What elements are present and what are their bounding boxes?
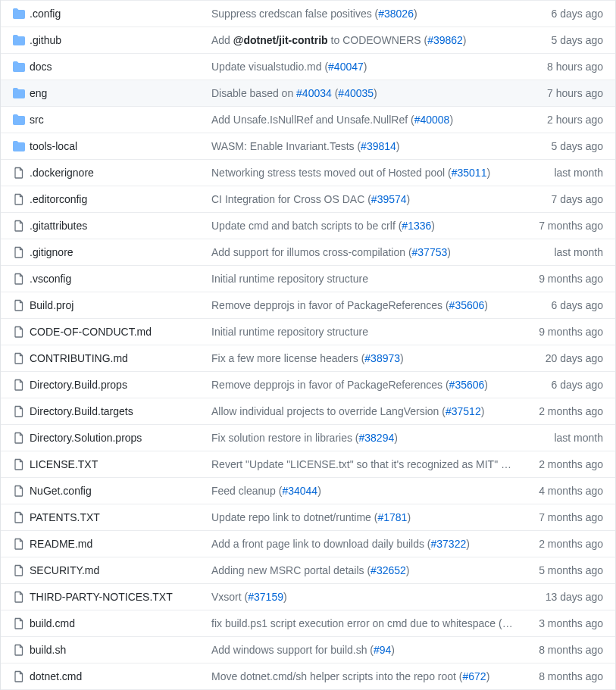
file-icon xyxy=(13,432,25,444)
commit-message-link[interactable]: Fix a few more license headers (#38973) xyxy=(211,352,404,364)
issue-link[interactable]: #1781 xyxy=(377,511,407,523)
issue-link[interactable]: #35606 xyxy=(449,299,485,311)
issue-link[interactable]: #40008 xyxy=(414,114,450,126)
file-link[interactable]: eng xyxy=(30,87,47,99)
commit-message-cell: Remove depprojs in favor of PackageRefer… xyxy=(211,379,520,391)
file-link[interactable]: .vsconfig xyxy=(30,273,71,285)
issue-link[interactable]: #34044 xyxy=(282,485,317,497)
file-icon-wrap xyxy=(13,617,30,629)
issue-link[interactable]: #35554 xyxy=(502,617,520,629)
commit-time: 5 days ago xyxy=(520,34,603,46)
file-link[interactable]: .editorconfig xyxy=(30,193,87,205)
commit-message-link[interactable]: Add windows support for build.sh (#94) xyxy=(211,644,395,656)
commit-message-link[interactable]: Suppress credscan false positives (#3802… xyxy=(211,8,417,20)
file-icon-wrap xyxy=(13,246,30,258)
issue-link[interactable]: #1336 xyxy=(402,220,431,232)
commit-message-link[interactable]: Revert "Update "LICENSE.txt" so that it'… xyxy=(211,458,520,470)
commit-message-link[interactable]: Remove depprojs in favor of PackageRefer… xyxy=(211,379,488,391)
issue-link[interactable]: #37159 xyxy=(248,591,283,603)
file-link[interactable]: Build.proj xyxy=(30,299,73,311)
commit-time: 7 months ago xyxy=(520,220,603,232)
issue-link[interactable]: #38026 xyxy=(378,8,414,20)
file-icon-wrap xyxy=(13,326,30,338)
file-link[interactable]: tools-local xyxy=(30,140,77,152)
issue-link[interactable]: #37753 xyxy=(412,246,448,258)
commit-message-link[interactable]: Vxsort (#37159) xyxy=(211,591,287,603)
file-link[interactable]: build.cmd xyxy=(30,617,75,629)
commit-time: last month xyxy=(520,246,603,258)
commit-message-link[interactable]: Initial runtime repository structure xyxy=(211,326,368,338)
commit-message-link[interactable]: Add Unsafe.IsNullRef and Unsafe.NullRef … xyxy=(211,114,453,126)
issue-link[interactable]: #38294 xyxy=(359,432,395,444)
file-link[interactable]: LICENSE.TXT xyxy=(30,458,98,470)
issue-link[interactable]: #32652 xyxy=(371,564,406,576)
commit-message-link[interactable]: Disable based on #40034 (#40035) xyxy=(211,87,377,99)
file-icon xyxy=(13,193,25,205)
commit-message-link[interactable]: Adding new MSRC portal details (#32652) xyxy=(211,564,410,576)
table-row: LICENSE.TXTRevert "Update "LICENSE.txt" … xyxy=(1,451,615,477)
commit-message-link[interactable]: CI Integration for Cross OS DAC (#39574) xyxy=(211,193,410,205)
issue-link[interactable]: #39574 xyxy=(371,193,407,205)
commit-message-link[interactable]: Update cmd and batch scripts to be crlf … xyxy=(211,220,435,232)
file-link[interactable]: CODE-OF-CONDUCT.md xyxy=(30,326,152,338)
file-link[interactable]: CONTRIBUTING.md xyxy=(30,352,128,364)
file-icon-wrap xyxy=(13,511,30,523)
file-link[interactable]: SECURITY.md xyxy=(30,564,99,576)
issue-link[interactable]: #35606 xyxy=(449,379,485,391)
file-link[interactable]: PATENTS.TXT xyxy=(30,511,100,523)
file-link[interactable]: docs xyxy=(30,61,52,73)
table-row: THIRD-PARTY-NOTICES.TXTVxsort (#37159)13… xyxy=(1,583,615,610)
commit-message-link[interactable]: Feed cleanup (#34044) xyxy=(211,485,321,497)
commit-message-link[interactable]: WASM: Enable Invariant.Tests (#39814) xyxy=(211,140,400,152)
issue-link[interactable]: #37512 xyxy=(446,405,481,417)
file-link[interactable]: src xyxy=(30,114,44,126)
commit-message-cell: Remove depprojs in favor of PackageRefer… xyxy=(211,299,520,311)
commit-message-cell: WASM: Enable Invariant.Tests (#39814) xyxy=(211,140,520,152)
file-link[interactable]: .config xyxy=(30,8,61,20)
commit-message-link[interactable]: Networking stress tests moved out of Hos… xyxy=(211,167,490,179)
table-row: NuGet.configFeed cleanup (#34044)4 month… xyxy=(1,477,615,504)
commit-message-link[interactable]: Initial runtime repository structure xyxy=(211,273,368,285)
commit-message-cell: Update visualstudio.md (#40047) xyxy=(211,61,520,73)
issue-link[interactable]: #39814 xyxy=(361,140,396,152)
issue-link[interactable]: #37626 xyxy=(505,458,520,470)
commit-message-link[interactable]: Add support for illumos cross-compilatio… xyxy=(211,246,451,258)
file-name-cell: build.sh xyxy=(30,644,211,656)
issue-link[interactable]: #35011 xyxy=(452,167,487,179)
issue-link[interactable]: #40035 xyxy=(338,87,374,99)
commit-message-link[interactable]: Move dotnet.cmd/sh helper scripts into t… xyxy=(211,670,489,682)
issue-link[interactable]: #672 xyxy=(463,670,486,682)
file-link[interactable]: THIRD-PARTY-NOTICES.TXT xyxy=(30,591,173,603)
table-row: srcAdd Unsafe.IsNullRef and Unsafe.NullR… xyxy=(1,106,615,133)
commit-message-link[interactable]: Add @dotnet/jit-contrib to CODEOWNERS (#… xyxy=(211,34,467,46)
file-link[interactable]: .dockerignore xyxy=(30,167,94,179)
file-link[interactable]: Directory.Build.targets xyxy=(30,405,133,417)
file-link[interactable]: .gitignore xyxy=(30,246,73,258)
file-link[interactable]: README.md xyxy=(30,538,92,550)
file-link[interactable]: build.sh xyxy=(30,644,66,656)
commit-message-cell: Fix solution restore in libraries (#3829… xyxy=(211,432,520,444)
file-icon xyxy=(13,167,25,179)
file-name-cell: .gitignore xyxy=(30,246,211,258)
issue-link[interactable]: #37322 xyxy=(431,538,467,550)
issue-link[interactable]: #40047 xyxy=(328,61,364,73)
issue-link[interactable]: #40034 xyxy=(296,87,332,99)
issue-link[interactable]: #38973 xyxy=(364,352,400,364)
file-link[interactable]: Directory.Solution.props xyxy=(30,432,142,444)
commit-message-link[interactable]: Update visualstudio.md (#40047) xyxy=(211,61,367,73)
commit-message-link[interactable]: Update repo link to dotnet/runtime (#178… xyxy=(211,511,411,523)
commit-message-link[interactable]: Remove depprojs in favor of PackageRefer… xyxy=(211,299,488,311)
file-link[interactable]: Directory.Build.props xyxy=(30,379,127,391)
file-link[interactable]: .github xyxy=(30,34,61,46)
commit-message-link[interactable]: Add a front page link to download daily … xyxy=(211,538,470,550)
issue-link[interactable]: #39862 xyxy=(427,34,463,46)
commit-message-link[interactable]: Allow individual projects to override La… xyxy=(211,405,484,417)
file-link[interactable]: NuGet.config xyxy=(30,485,92,497)
file-link[interactable]: dotnet.cmd xyxy=(30,670,82,682)
table-row: README.mdAdd a front page link to downlo… xyxy=(1,530,615,557)
issue-link[interactable]: #94 xyxy=(374,644,391,656)
commit-message-link[interactable]: fix build.ps1 script execution error on … xyxy=(211,617,520,629)
commit-message-link[interactable]: Fix solution restore in libraries (#3829… xyxy=(211,432,398,444)
file-link[interactable]: .gitattributes xyxy=(30,220,87,232)
commit-time: 8 hours ago xyxy=(520,61,603,73)
